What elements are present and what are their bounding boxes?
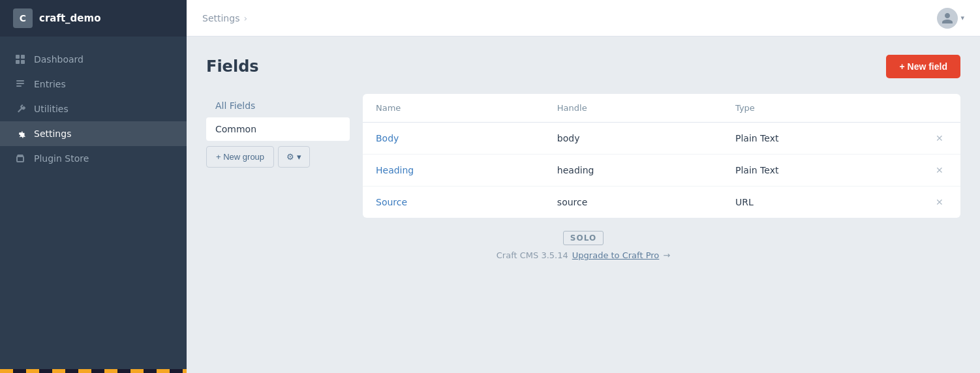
- left-panel: All Fields Common + New group ⚙ ▾: [206, 94, 350, 168]
- chevron-down-icon: ▾: [960, 14, 964, 22]
- field-name-link[interactable]: Heading: [376, 165, 414, 175]
- app-name: craft_demo: [39, 12, 100, 24]
- table-row: Body body Plain Text ✕: [363, 123, 960, 155]
- column-header-delete: [919, 94, 960, 123]
- svg-rect-2: [16, 60, 20, 64]
- sidebar-item-dashboard[interactable]: Dashboard: [0, 47, 187, 72]
- field-delete-button[interactable]: ✕: [932, 196, 947, 209]
- dashboard-icon: [14, 53, 26, 65]
- new-field-button[interactable]: + New field: [886, 55, 960, 78]
- gear-button[interactable]: ⚙ ▾: [278, 146, 310, 168]
- breadcrumb-separator: ›: [243, 13, 247, 23]
- column-header-type: Type: [722, 94, 919, 123]
- field-delete-cell: ✕: [919, 123, 960, 155]
- settings-icon: [14, 128, 26, 140]
- topbar-user[interactable]: ▾: [937, 8, 964, 29]
- column-header-name: Name: [363, 94, 544, 123]
- sidebar-item-label: Settings: [34, 128, 71, 139]
- breadcrumb-item: Settings: [202, 13, 239, 23]
- field-name-cell: Body: [363, 123, 544, 155]
- field-name-cell: Heading: [363, 155, 544, 186]
- upgrade-link[interactable]: Upgrade to Craft Pro: [572, 250, 660, 260]
- chevron-down-icon: ▾: [297, 152, 301, 162]
- fields-table: Name Handle Type Body body Plain Text ✕: [363, 94, 960, 218]
- breadcrumb: Settings ›: [202, 13, 247, 23]
- svg-rect-5: [16, 83, 24, 84]
- field-name-link[interactable]: Body: [376, 133, 399, 143]
- content-header: Fields + New field: [206, 55, 960, 78]
- main-content: Settings › ▾ Fields + New field All Fiel…: [187, 0, 980, 373]
- field-name-cell: Source: [363, 186, 544, 218]
- gear-icon: ⚙: [286, 152, 294, 162]
- sidebar-item-plugin-store[interactable]: Plugin Store: [0, 146, 187, 171]
- column-header-handle: Handle: [544, 94, 722, 123]
- field-name-link[interactable]: Source: [376, 197, 407, 207]
- field-type-cell: Plain Text: [722, 123, 919, 155]
- sidebar: C craft_demo Dashboard Entries Utilities: [0, 0, 187, 373]
- sidebar-item-label: Plugin Store: [34, 153, 89, 164]
- version-text: Craft CMS 3.5.14: [497, 250, 568, 260]
- sidebar-nav: Dashboard Entries Utilities Settings Plu: [0, 37, 187, 369]
- bottom-stripe: [0, 369, 187, 373]
- svg-rect-3: [21, 60, 25, 64]
- field-handle-cell: body: [544, 123, 722, 155]
- field-type-cell: URL: [722, 186, 919, 218]
- fields-layout: All Fields Common + New group ⚙ ▾ Name: [206, 94, 960, 218]
- new-group-button[interactable]: + New group: [206, 146, 274, 168]
- sidebar-item-label: Dashboard: [34, 54, 84, 65]
- group-item-common[interactable]: Common: [206, 117, 350, 141]
- field-handle-cell: heading: [544, 155, 722, 186]
- table-row: Source source URL ✕: [363, 186, 960, 218]
- svg-rect-0: [16, 55, 20, 59]
- field-handle-cell: source: [544, 186, 722, 218]
- sidebar-item-label: Utilities: [34, 104, 69, 114]
- sidebar-header: C craft_demo: [0, 0, 187, 37]
- sidebar-item-settings[interactable]: Settings: [0, 121, 187, 146]
- table-row: Heading heading Plain Text ✕: [363, 155, 960, 186]
- svg-rect-4: [16, 80, 24, 82]
- field-delete-button[interactable]: ✕: [932, 164, 947, 177]
- content-area: Fields + New field All Fields Common + N…: [187, 37, 980, 373]
- fields-table-container: Name Handle Type Body body Plain Text ✕: [363, 94, 960, 218]
- sidebar-item-label: Entries: [34, 79, 66, 89]
- field-delete-cell: ✕: [919, 186, 960, 218]
- sidebar-item-utilities[interactable]: Utilities: [0, 97, 187, 121]
- entries-icon: [14, 78, 26, 90]
- footer: SOLO Craft CMS 3.5.14 Upgrade to Craft P…: [206, 218, 960, 267]
- plan-badge: SOLO: [563, 231, 604, 245]
- app-logo: C: [13, 8, 33, 28]
- svg-rect-1: [21, 55, 25, 59]
- field-delete-cell: ✕: [919, 155, 960, 186]
- page-title: Fields: [206, 57, 259, 76]
- all-fields-link[interactable]: All Fields: [206, 94, 350, 117]
- avatar: [937, 8, 958, 29]
- field-delete-button[interactable]: ✕: [932, 132, 947, 145]
- upgrade-icon: →: [663, 250, 670, 260]
- group-actions: + New group ⚙ ▾: [206, 146, 350, 168]
- svg-rect-6: [16, 85, 22, 87]
- field-type-cell: Plain Text: [722, 155, 919, 186]
- topbar: Settings › ▾: [187, 0, 980, 37]
- utilities-icon: [14, 103, 26, 115]
- sidebar-item-entries[interactable]: Entries: [0, 72, 187, 97]
- plugin-icon: [14, 153, 26, 164]
